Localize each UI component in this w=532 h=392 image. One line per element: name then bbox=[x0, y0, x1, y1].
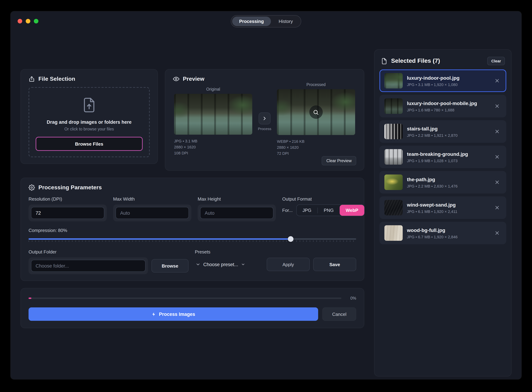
main-column: File Selection Drag and drop images or f… bbox=[20, 31, 364, 377]
close-icon bbox=[494, 205, 500, 210]
file-meta: JPG • 2.2 MB • 1,921 × 2,870 bbox=[407, 133, 489, 137]
file-row[interactable]: luxury-indoor-pool.jpg JPG • 3.1 MB • 1,… bbox=[379, 70, 506, 92]
output-folder-group bbox=[28, 257, 148, 274]
save-preset-button[interactable]: Save bbox=[313, 258, 356, 271]
preview-card: Preview Original JPG • 3.1 MB 2880 × 162… bbox=[165, 69, 364, 171]
right-column: Selected Files (7) Clear luxury-indoor-p… bbox=[374, 31, 512, 377]
file-selection-header: File Selection bbox=[28, 76, 150, 82]
file-row[interactable]: team-breaking-ground.jpg JPG • 1.9 MB • … bbox=[379, 146, 506, 168]
output-folder-label: Output Folder bbox=[28, 249, 189, 255]
chevron-right-icon bbox=[262, 116, 267, 121]
file-name: wood-bg-full.jpg bbox=[407, 227, 489, 233]
file-info: team-breaking-ground.jpg JPG • 1.9 MB • … bbox=[407, 151, 489, 163]
preset-dropdown[interactable]: Choose preset... bbox=[195, 259, 263, 270]
output-format-label: Output Format bbox=[282, 196, 365, 202]
file-thumbnail bbox=[384, 73, 403, 89]
file-meta: JPG • 6.1 MB • 1,920 × 2,411 bbox=[407, 209, 489, 214]
output-folder-row: Browse bbox=[28, 257, 189, 274]
processed-preview-image[interactable] bbox=[277, 89, 355, 135]
process-images-button[interactable]: Process Images bbox=[28, 307, 318, 321]
processed-meta-dpi: 72 DPI bbox=[277, 150, 355, 157]
files-icon bbox=[381, 58, 388, 64]
file-name: luxury-indoor-pool-mobile.jpg bbox=[407, 100, 489, 106]
browse-files-button[interactable]: Browse Files bbox=[36, 137, 143, 151]
processed-preview-column: Processed bbox=[277, 83, 355, 157]
file-row[interactable]: the-path.jpg JPG • 2.2 MB • 2,630 × 1,47… bbox=[379, 171, 506, 194]
file-row[interactable]: luxury-indoor-pool-mobile.jpg JPG • 1.6 … bbox=[379, 95, 506, 117]
remove-file-button[interactable] bbox=[493, 203, 501, 212]
maximize-window-button[interactable] bbox=[34, 19, 38, 23]
resolution-group bbox=[28, 205, 107, 221]
slider-fill bbox=[28, 238, 291, 240]
zoom-button[interactable] bbox=[309, 105, 323, 119]
original-meta-format: JPG • 3.1 MB bbox=[174, 138, 252, 144]
format-option-jpg[interactable]: JPG bbox=[296, 205, 317, 216]
progress-fill bbox=[28, 298, 31, 299]
max-width-group bbox=[113, 205, 191, 221]
main-content: File Selection Drag and drop images or f… bbox=[11, 31, 521, 377]
resolution-input[interactable] bbox=[31, 207, 104, 219]
eye-icon bbox=[173, 76, 179, 82]
slider-handle[interactable] bbox=[288, 236, 293, 242]
max-height-field: Max Height bbox=[198, 196, 276, 221]
original-meta-size: 2880 × 1620 bbox=[174, 144, 252, 150]
dropzone[interactable]: Drag and drop images or folders here Or … bbox=[28, 87, 150, 157]
output-format-row: For... JPG PNG WebP bbox=[282, 205, 365, 216]
file-info: wood-bg-full.jpg JPG • 6.7 MB • 1,920 × … bbox=[407, 227, 489, 239]
remove-file-button[interactable] bbox=[493, 127, 501, 136]
file-row[interactable]: wood-bg-full.jpg JPG • 6.7 MB • 1,920 × … bbox=[379, 222, 506, 244]
process-preview-button[interactable] bbox=[259, 112, 271, 124]
file-row[interactable]: wind-swept-sand.jpg JPG • 6.1 MB • 1,920… bbox=[379, 196, 506, 219]
output-folder-field: Output Folder Browse bbox=[28, 249, 189, 274]
original-preview-image[interactable] bbox=[174, 94, 252, 135]
selected-files-header: Selected Files (7) Clear bbox=[379, 55, 506, 70]
process-control: Process bbox=[258, 112, 271, 131]
format-segmented-control: JPG PNG WebP bbox=[296, 205, 365, 216]
clear-files-button[interactable]: Clear bbox=[487, 57, 505, 65]
close-icon bbox=[494, 103, 500, 109]
original-meta-dpi: 108 DPI bbox=[174, 150, 252, 156]
remove-file-button[interactable] bbox=[493, 178, 501, 187]
file-name: stairs-tall.jpg bbox=[407, 126, 489, 131]
tab-processing[interactable]: Processing bbox=[232, 16, 271, 26]
tab-history[interactable]: History bbox=[272, 16, 300, 26]
file-meta: JPG • 3.1 MB • 1,920 × 1,080 bbox=[407, 82, 489, 87]
max-height-input[interactable] bbox=[200, 207, 273, 219]
output-folder-input[interactable] bbox=[31, 260, 145, 272]
file-info: wind-swept-sand.jpg JPG • 6.1 MB • 1,920… bbox=[407, 202, 489, 214]
format-option-webp[interactable]: WebP bbox=[340, 205, 364, 216]
cancel-button[interactable]: Cancel bbox=[322, 307, 356, 321]
format-option-png[interactable]: PNG bbox=[318, 205, 340, 216]
max-width-input[interactable] bbox=[116, 207, 189, 219]
compression-slider[interactable] bbox=[28, 237, 356, 243]
file-thumbnail bbox=[384, 225, 403, 241]
process-button-label: Process bbox=[258, 126, 271, 131]
output-format-prefix: For... bbox=[282, 208, 293, 213]
file-meta: JPG • 6.7 MB • 1,920 × 2,846 bbox=[407, 235, 489, 239]
slider-ticks bbox=[28, 240, 356, 242]
file-thumbnail bbox=[384, 98, 403, 114]
file-row[interactable]: stairs-tall.jpg JPG • 2.2 MB • 1,921 × 2… bbox=[379, 120, 506, 143]
remove-file-button[interactable] bbox=[493, 229, 501, 237]
close-window-button[interactable] bbox=[18, 19, 22, 23]
clear-preview-button[interactable]: Clear Preview bbox=[322, 156, 356, 165]
titlebar: Processing History bbox=[11, 11, 521, 31]
remove-file-button[interactable] bbox=[493, 153, 501, 161]
progress-bar bbox=[28, 298, 341, 299]
preview-body: Original JPG • 3.1 MB 2880 × 1620 108 DP… bbox=[173, 87, 356, 157]
apply-preset-button[interactable]: Apply bbox=[267, 258, 310, 271]
remove-file-button[interactable] bbox=[493, 102, 501, 110]
original-preview-column: Original JPG • 3.1 MB 2880 × 1620 108 DP… bbox=[174, 87, 252, 156]
resolution-field: Resolution (DPI) bbox=[28, 196, 107, 221]
minimize-window-button[interactable] bbox=[26, 19, 30, 23]
file-name: luxury-indoor-pool.jpg bbox=[407, 75, 489, 80]
file-meta: JPG • 1.6 MB • 780 × 1,688 bbox=[407, 108, 489, 112]
processing-parameters-card: Processing Parameters Resolution (DPI) M… bbox=[20, 178, 364, 281]
view-switcher: Processing History bbox=[231, 15, 301, 27]
browse-folder-button[interactable]: Browse bbox=[152, 259, 189, 272]
remove-file-button[interactable] bbox=[493, 76, 501, 85]
file-thumbnail bbox=[384, 200, 403, 215]
window-controls bbox=[18, 19, 38, 23]
presets-row: Choose preset... Apply Save bbox=[195, 258, 356, 271]
parameters-header: Processing Parameters bbox=[28, 184, 356, 191]
